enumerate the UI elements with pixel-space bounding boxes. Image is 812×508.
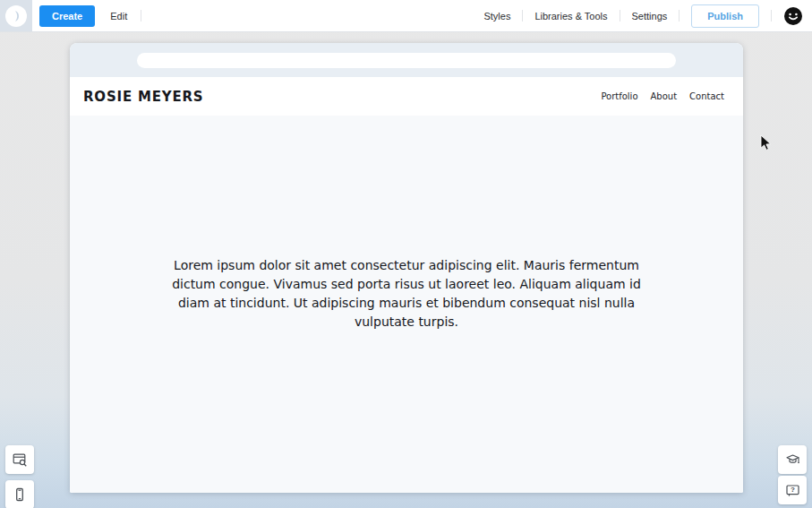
body-paragraph[interactable]: Lorem ipsum dolor sit amet consectetur a…: [168, 116, 645, 331]
app-logo[interactable]: [0, 0, 32, 31]
learning-button[interactable]: [778, 445, 807, 474]
nav-link-portfolio[interactable]: Portfolio: [601, 91, 637, 101]
top-toolbar: Create Edit Styles Libraries & Tools Set…: [0, 0, 812, 32]
toolbar-divider: [141, 10, 141, 22]
browser-chrome-bar: [70, 43, 743, 77]
nav-link-contact[interactable]: Contact: [689, 91, 724, 101]
toolbar-divider: [620, 10, 620, 22]
site-preview-window: ROSIE MEYERS Portfolio About Contact Lor…: [70, 43, 743, 493]
account-avatar[interactable]: [783, 6, 803, 26]
site-body: Lorem ipsum dolor sit amet consectetur a…: [70, 116, 743, 493]
site-nav: Portfolio About Contact: [601, 91, 724, 101]
edit-menu-item[interactable]: Edit: [110, 11, 127, 22]
svg-text:?: ?: [791, 486, 795, 494]
site-title[interactable]: ROSIE MEYERS: [83, 89, 203, 105]
app-logo-icon: [5, 5, 27, 27]
help-button[interactable]: ?: [778, 476, 807, 504]
toolbar-divider: [679, 10, 680, 22]
preview-search-button[interactable]: [5, 445, 34, 474]
mobile-device-icon: [13, 487, 27, 502]
url-bar[interactable]: [137, 53, 676, 68]
toolbar-right-group: Styles Libraries & Tools Settings Publis…: [483, 4, 812, 28]
toolbar-divider: [771, 10, 772, 22]
styles-menu-item[interactable]: Styles: [483, 11, 510, 22]
smiley-face-icon: [783, 6, 803, 26]
site-preview-search-icon: [13, 452, 28, 468]
editor-workspace: { "topbar": { "create_label": "Create", …: [0, 0, 812, 508]
site-header: ROSIE MEYERS Portfolio About Contact: [70, 77, 743, 116]
publish-button[interactable]: Publish: [691, 4, 759, 28]
settings-menu-item[interactable]: Settings: [632, 11, 668, 22]
create-button[interactable]: Create: [39, 5, 95, 27]
help-question-icon: ?: [785, 483, 800, 498]
toolbar-divider: [522, 10, 523, 22]
mouse-pointer: [760, 134, 772, 155]
graduation-cap-icon: [785, 452, 800, 468]
nav-link-about[interactable]: About: [651, 91, 678, 101]
mobile-view-button[interactable]: [5, 480, 34, 508]
libraries-tools-menu-item[interactable]: Libraries & Tools: [534, 11, 607, 22]
